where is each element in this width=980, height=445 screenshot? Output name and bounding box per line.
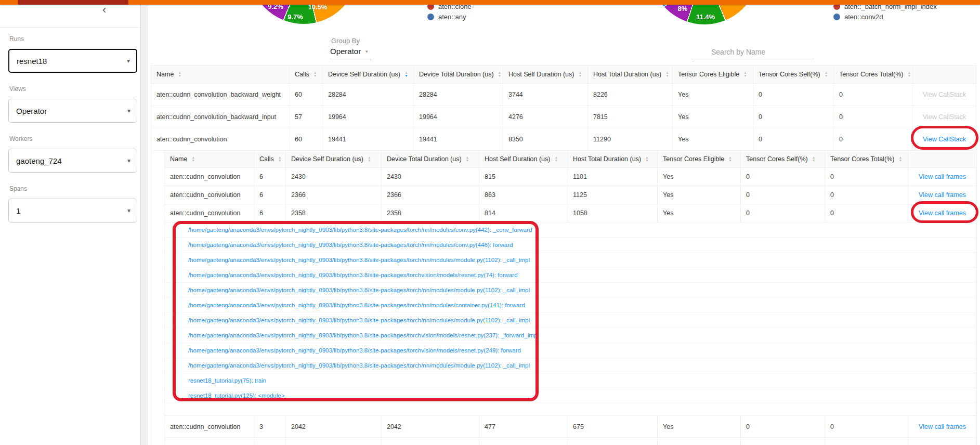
pie-slice-label: 11.4% — [696, 13, 715, 21]
cell-value: 2366 — [382, 186, 479, 204]
cell-value: 1106 — [568, 438, 658, 445]
column-header-name[interactable]: Name▲▼ — [165, 151, 254, 167]
chevron-down-icon: ▾ — [127, 57, 130, 64]
callstack-row: resnet18_tutorial.py(75): train — [165, 373, 976, 388]
cell-value: 0 — [825, 438, 908, 445]
table-row: aten::cudnn_convolution6202020208431106Y… — [165, 438, 976, 445]
view-callstack-link[interactable]: View CallStack — [923, 136, 966, 143]
column-header-device-self-duration-us[interactable]: Device Self Duration (us)▲▼ — [323, 66, 414, 83]
cell-action: View call frames — [908, 168, 976, 186]
column-header-host-self-duration-us[interactable]: Host Self Duration (us)▲▼ — [479, 151, 568, 167]
column-header-calls[interactable]: Calls▲▼ — [254, 151, 286, 167]
callstack-row: /home/gaoteng/anaconda3/envs/pytorch_nig… — [165, 313, 976, 328]
cell-value: Yes — [673, 128, 753, 150]
cell-value: 0 — [834, 128, 913, 150]
cell-value: 19441 — [414, 128, 503, 150]
callstack-frame-link[interactable]: /home/gaoteng/anaconda3/envs/pytorch_nig… — [188, 272, 518, 278]
sort-icon: ▲▼ — [665, 71, 669, 77]
callstack-row: /home/gaoteng/anaconda3/envs/pytorch_nig… — [165, 222, 976, 238]
cell-value: 60 — [290, 84, 323, 106]
sort-caret-down-icon: ▼ — [278, 159, 282, 162]
sidebar-select-runs[interactable]: resnet18▾ — [8, 49, 137, 73]
column-header-host-total-duration-us[interactable]: Host Total Duration (us)▲▼ — [568, 151, 658, 167]
cell-value: 6 — [254, 168, 286, 186]
sort-icon: ▲▼ — [578, 71, 582, 77]
legend-item: aten::any — [427, 12, 472, 21]
sort-caret-down-icon: ▼ — [645, 159, 649, 162]
callstack-frame-link[interactable]: /home/gaoteng/anaconda3/envs/pytorch_nig… — [188, 317, 530, 323]
cell-value: 57 — [290, 106, 323, 128]
column-label: Host Total Duration (us) — [573, 155, 641, 163]
column-header-tensor-cores-self[interactable]: Tensor Cores Self(%)▲▼ — [753, 66, 834, 83]
cell-action: View CallStack — [913, 128, 976, 150]
group-by-select[interactable]: Operator ▼ — [330, 47, 369, 56]
callstack-frame-link[interactable]: /home/gaoteng/anaconda3/envs/pytorch_nig… — [188, 332, 539, 338]
callstack-frame-link[interactable]: /home/gaoteng/anaconda3/envs/pytorch_nig… — [188, 242, 513, 248]
view-callstack-link: View CallStack — [923, 113, 966, 121]
view-call-frames-link[interactable]: View call frames — [919, 210, 966, 217]
sidebar-select-spans[interactable]: 1▾ — [8, 199, 137, 222]
cell-value: 0 — [834, 84, 913, 106]
search-input[interactable] — [691, 45, 814, 59]
legend-item: aten::conv2d — [833, 12, 937, 21]
callstack-frame-link[interactable]: /home/gaoteng/anaconda3/envs/pytorch_nig… — [188, 362, 530, 369]
callstack-row: /home/gaoteng/anaconda3/envs/pytorch_nig… — [165, 298, 976, 313]
cell-value: 477 — [479, 416, 568, 437]
top-app-bar — [0, 0, 980, 5]
cell-action: View call frames — [908, 438, 976, 445]
column-header-device-total-duration-us[interactable]: Device Total Duration (us)▲▼ — [414, 66, 503, 83]
cell-operator-name: aten::cudnn_convolution_backward_weight — [151, 84, 290, 106]
cell-value: 1101 — [568, 168, 658, 186]
cell-value: 675 — [568, 416, 658, 437]
callstack-frame-link[interactable]: /home/gaoteng/anaconda3/envs/pytorch_nig… — [188, 287, 530, 293]
sidebar-select-views[interactable]: Operator▾ — [8, 99, 137, 123]
callstack-row: /home/gaoteng/anaconda3/envs/pytorch_nig… — [165, 343, 976, 358]
column-header-host-total-duration-us[interactable]: Host Total Duration (us)▲▼ — [588, 66, 673, 83]
column-label: Device Self Duration (us) — [328, 71, 400, 78]
cell-value: 0 — [741, 168, 825, 186]
column-header-tensor-cores-self[interactable]: Tensor Cores Self(%)▲▼ — [741, 151, 825, 167]
sidebar-select-workers[interactable]: gaoteng_724▾ — [8, 149, 137, 173]
callstack-frame-link[interactable]: /home/gaoteng/anaconda3/envs/pytorch_nig… — [188, 347, 521, 354]
cell-value: 4276 — [503, 106, 588, 128]
column-header-tensor-cores-total[interactable]: Tensor Cores Total(%)▲▼ — [825, 151, 908, 167]
column-label: Host Self Duration (us) — [508, 71, 574, 78]
column-header-tensor-cores-total[interactable]: Tensor Cores Total(%)▲▼ — [834, 66, 913, 83]
cell-value: 2358 — [382, 204, 479, 222]
sort-icon: ▲▼ — [191, 156, 195, 162]
sort-caret-down-icon: ▼ — [825, 74, 828, 77]
top-bar-progress-segment — [18, 0, 128, 5]
column-label: Tensor Cores Eligible — [663, 155, 724, 163]
callstack-frame-link[interactable]: /home/gaoteng/anaconda3/envs/pytorch_nig… — [188, 257, 530, 263]
callstack-frame-link[interactable]: resnet18_tutorial.py(75): train — [188, 377, 266, 384]
column-header-tensor-cores-eligible[interactable]: Tensor Cores Eligible▲▼ — [658, 151, 741, 167]
cell-value: 19964 — [323, 106, 414, 128]
cell-value: 1125 — [568, 186, 658, 204]
cell-value: 2042 — [382, 416, 479, 437]
callstack-frame-link[interactable]: /home/gaoteng/anaconda3/envs/pytorch_nig… — [188, 302, 525, 308]
cell-value: 8226 — [588, 84, 673, 106]
view-call-frames-link[interactable]: View call frames — [919, 191, 966, 199]
column-label: Device Total Duration (us) — [419, 71, 494, 78]
column-header-device-self-duration-us[interactable]: Device Self Duration (us)▲▼ — [286, 151, 382, 167]
view-call-frames-link[interactable]: View call frames — [919, 173, 966, 180]
sort-caret-down-icon: ▼ — [313, 74, 317, 77]
column-header-host-self-duration-us[interactable]: Host Self Duration (us)▲▼ — [503, 66, 588, 83]
sort-icon: ▲▼ — [178, 71, 181, 77]
chevron-down-icon: ▼ — [364, 49, 369, 54]
column-header-device-total-duration-us[interactable]: Device Total Duration (us)▲▼ — [382, 151, 479, 167]
callstack-frame-link[interactable]: resnet18_tutorial.py(125): <module> — [188, 392, 284, 399]
pie-slice-label: 8% — [678, 5, 688, 12]
pytorch-profiler-page: ‹ Runsresnet18▾ViewsOperator▾Workersgaot… — [0, 0, 980, 445]
cell-value: 7815 — [588, 106, 673, 128]
cell-value: 2020 — [286, 438, 382, 445]
column-header-calls[interactable]: Calls▲▼ — [290, 66, 323, 83]
column-header-tensor-cores-eligible[interactable]: Tensor Cores Eligible▲▼ — [673, 66, 753, 83]
sidebar-collapse-button[interactable]: ‹ — [102, 4, 106, 16]
table-header-row: Name▲▼Calls▲▼Device Self Duration (us)▲▼… — [151, 66, 976, 84]
cell-value: 0 — [753, 106, 834, 128]
callstack-frame-link[interactable]: /home/gaoteng/anaconda3/envs/pytorch_nig… — [188, 227, 532, 233]
view-call-frames-link[interactable]: View call frames — [919, 423, 966, 430]
column-header-name[interactable]: Name▲▼ — [151, 66, 290, 83]
select-value: resnet18 — [17, 57, 127, 66]
